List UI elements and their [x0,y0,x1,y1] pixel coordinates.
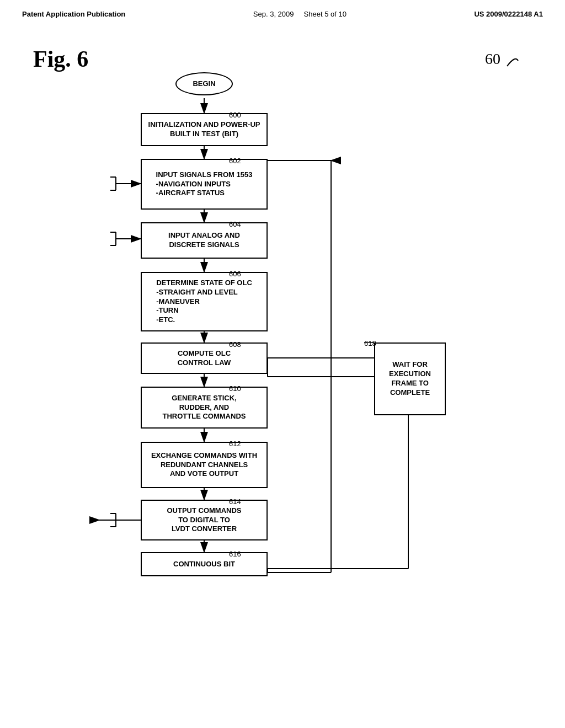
node-614: OUTPUT COMMANDS TO DIGITAL TO LVDT CONVE… [141,500,268,540]
node-612: EXCHANGE COMMANDS WITH REDUNDANT CHANNEL… [141,442,268,488]
node-600: INITIALIZATION AND POWER-UP BUILT IN TES… [141,113,268,146]
begin-node: BEGIN [175,72,233,95]
node-602: INPUT SIGNALS FROM 1553 -NAVIGATION INPU… [141,159,268,210]
ref-610: 610 [229,384,241,393]
node-616: CONTINUOUS BIT [141,552,268,576]
diagram-area: Fig. 6 60 [33,35,532,697]
header-patent: US 2009/0222148 A1 [474,10,543,18]
ref-602: 602 [229,157,241,165]
ref-604: 604 [229,220,241,228]
header-publisher: Patent Application Publication [22,10,125,18]
figure-label: Fig. 6 [33,46,88,72]
figure-ref: 60 [485,50,521,69]
flowchart-arrows [33,35,532,697]
node-608: COMPUTE OLC CONTROL LAW [141,342,268,374]
ref-606: 606 [229,270,241,278]
header-date: Sep. 3, 2009 [253,10,294,18]
ref-612: 612 [229,440,241,448]
ref-608: 608 [229,340,241,349]
ref-600: 600 [229,111,241,119]
ref-618: 618 [364,339,376,347]
node-618: WAIT FOR EXECUTION FRAME TO COMPLETE [374,342,446,415]
ref-616: 616 [229,550,241,558]
page-header: Patent Application Publication Sep. 3, 2… [0,0,565,24]
header-sheet: Sheet 5 of 10 [304,10,347,18]
node-606: DETERMINE STATE OF OLC -STRAIGHT AND LEV… [141,272,268,331]
node-610: GENERATE STICK, RUDDER, AND THROTTLE COM… [141,387,268,429]
node-604: INPUT ANALOG AND DISCRETE SIGNALS [141,222,268,259]
header-date-sheet: Sep. 3, 2009 Sheet 5 of 10 [253,10,347,18]
ref-614: 614 [229,497,241,506]
